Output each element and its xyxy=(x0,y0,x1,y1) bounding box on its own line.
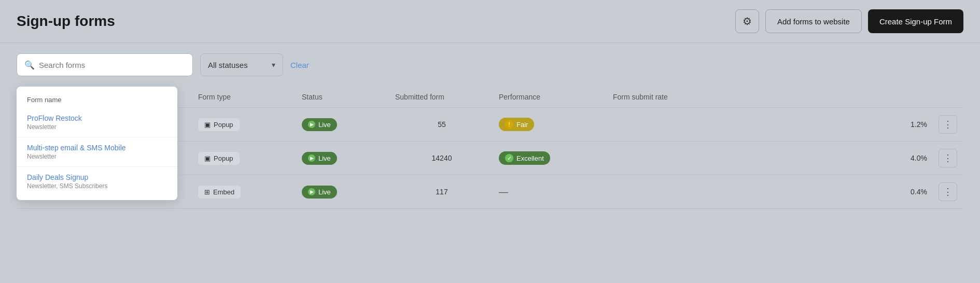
status-cell: ▶ Live xyxy=(297,118,390,131)
dropdown-item-sub: Newsletter, SMS Subscribers xyxy=(27,182,167,190)
popup-icon: ▣ xyxy=(204,154,211,162)
submitted-cell: 117 xyxy=(390,188,494,196)
col-header-status: Status xyxy=(297,93,390,101)
status-cell: ▶ Live xyxy=(297,152,390,165)
performance-cell: ! Fair xyxy=(494,118,608,131)
page-header: Sign-up forms ⚙ Add forms to website Cre… xyxy=(0,0,980,43)
status-dropdown-label: All statuses xyxy=(208,61,267,69)
search-icon: 🔍 xyxy=(24,60,35,70)
submit-rate-cell: 0.4% xyxy=(608,188,932,196)
dropdown-item-name: ProFlow Restock xyxy=(27,114,167,122)
submit-rate-cell: 1.2% xyxy=(608,120,932,129)
live-badge: ▶ Live xyxy=(302,118,337,131)
row-menu-button[interactable]: ⋮ xyxy=(939,182,957,201)
performance-badge: ✓ Excellent xyxy=(499,151,550,165)
form-name-dropdown: Form name ProFlow Restock Newsletter Mul… xyxy=(17,87,177,200)
row-menu-button[interactable]: ⋮ xyxy=(939,149,957,167)
col-header-form-type: Form type xyxy=(193,93,297,101)
live-icon: ▶ xyxy=(308,121,315,128)
page-title: Sign-up forms xyxy=(17,13,115,30)
performance-badge: ! Fair xyxy=(499,118,534,131)
submitted-cell: 14240 xyxy=(390,154,494,162)
search-box: 🔍 xyxy=(17,53,193,76)
dropdown-item-sub: Newsletter xyxy=(27,153,167,160)
dropdown-item[interactable]: ProFlow Restock Newsletter xyxy=(17,108,177,137)
warning-icon: ! xyxy=(505,120,513,129)
form-type-badge: ▣ Popup xyxy=(198,118,240,131)
add-forms-button[interactable]: Add forms to website xyxy=(765,9,862,33)
embed-icon: ⊞ xyxy=(204,188,210,196)
dropdown-item-name: Daily Deals Signup xyxy=(27,173,167,181)
status-dropdown[interactable]: All statuses ▾ xyxy=(200,53,283,76)
performance-cell: ✓ Excellent xyxy=(494,151,608,165)
col-header-submitted: Submitted form xyxy=(390,93,494,101)
performance-cell: — xyxy=(494,187,608,196)
gear-icon: ⚙ xyxy=(743,15,752,27)
form-type-badge: ▣ Popup xyxy=(198,152,240,165)
toolbar: 🔍 All statuses ▾ Clear xyxy=(0,43,980,87)
form-type-cell: ▣ Popup xyxy=(193,152,297,165)
dropdown-item-sub: Newsletter xyxy=(27,123,167,131)
form-type-badge: ⊞ Embed xyxy=(198,186,241,199)
popup-icon: ▣ xyxy=(204,121,211,129)
col-header-actions xyxy=(932,93,963,101)
chevron-down-icon: ▾ xyxy=(272,61,275,69)
search-input[interactable] xyxy=(39,61,185,69)
live-icon: ▶ xyxy=(308,188,315,195)
check-icon: ✓ xyxy=(505,154,513,162)
action-cell: ⋮ xyxy=(932,182,963,201)
clear-link[interactable]: Clear xyxy=(290,61,309,69)
submit-rate-cell: 4.0% xyxy=(608,154,932,162)
col-header-performance: Performance xyxy=(494,93,608,101)
settings-button[interactable]: ⚙ xyxy=(735,9,759,33)
create-form-button[interactable]: Create Sign-up Form xyxy=(868,9,963,33)
row-menu-button[interactable]: ⋮ xyxy=(939,115,957,134)
submitted-cell: 55 xyxy=(390,120,494,129)
live-badge: ▶ Live xyxy=(302,186,337,199)
live-badge: ▶ Live xyxy=(302,152,337,165)
live-icon: ▶ xyxy=(308,154,315,162)
status-cell: ▶ Live xyxy=(297,186,390,199)
form-type-cell: ⊞ Embed xyxy=(193,186,297,199)
dropdown-item-name: Multi-step email & SMS Mobile xyxy=(27,144,167,152)
action-cell: ⋮ xyxy=(932,149,963,167)
dropdown-item[interactable]: Daily Deals Signup Newsletter, SMS Subsc… xyxy=(17,167,177,196)
main-content: Form type Status Submitted form Performa… xyxy=(0,87,980,209)
dropdown-header: Form name xyxy=(17,91,177,108)
action-cell: ⋮ xyxy=(932,115,963,134)
form-type-cell: ▣ Popup xyxy=(193,118,297,131)
header-actions: ⚙ Add forms to website Create Sign-up Fo… xyxy=(735,9,963,33)
col-header-submit-rate: Form submit rate xyxy=(608,93,932,101)
dropdown-item[interactable]: Multi-step email & SMS Mobile Newsletter xyxy=(17,137,177,167)
